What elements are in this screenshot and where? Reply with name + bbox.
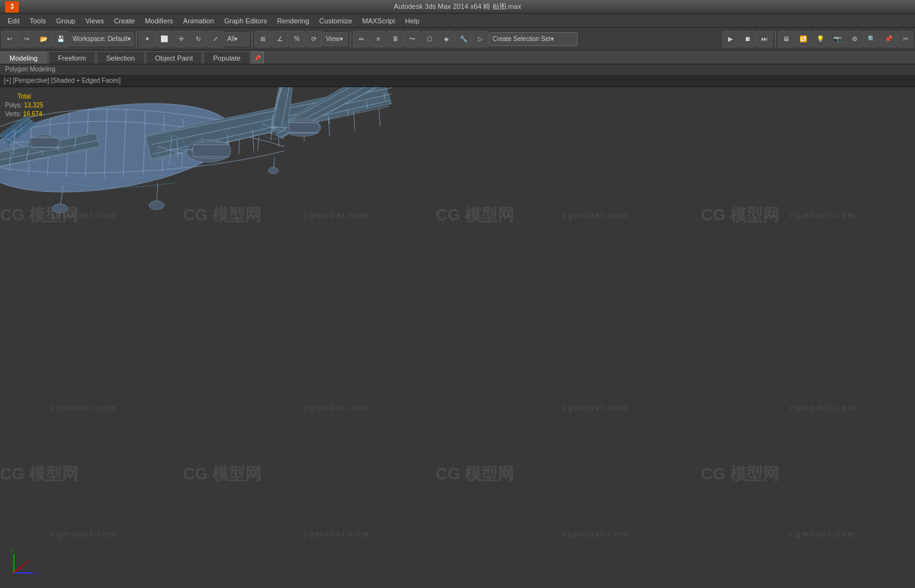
stats-polys-value: 13,325 bbox=[24, 102, 44, 109]
watermark-5: cgmodel.com bbox=[51, 403, 117, 412]
align-button[interactable]: ≡ bbox=[370, 31, 386, 47]
watermark-12: cgmodel.com bbox=[789, 529, 856, 539]
open-button[interactable]: 📂 bbox=[35, 31, 52, 47]
axis-indicator: X Y Z bbox=[8, 548, 39, 580]
app-logo: 3 bbox=[5, 1, 19, 13]
curve-editor-button[interactable]: 〜 bbox=[404, 31, 421, 47]
selection-set-dropdown[interactable]: Create Selection Set▾ bbox=[489, 32, 578, 46]
next-frame-button[interactable]: ⏭ bbox=[757, 31, 773, 47]
render-button[interactable]: ▷ bbox=[472, 31, 489, 47]
poly-modeling-label: Polygon Modeling bbox=[0, 64, 915, 76]
tab-populate[interactable]: Populate bbox=[203, 51, 249, 64]
watermark-9: cgmodel.com bbox=[51, 529, 117, 539]
extra1-button[interactable]: ⚙ bbox=[846, 31, 863, 47]
spinner-snap-button[interactable]: ⟳ bbox=[306, 31, 322, 47]
stats-verts-value: 16,674 bbox=[23, 111, 42, 117]
material-editor-button[interactable]: ◈ bbox=[438, 31, 455, 47]
percent-snap-button[interactable]: % bbox=[289, 31, 305, 47]
selection-tools-group: ✦ ⬜ ✛ ↻ ⤢ bbox=[139, 31, 224, 47]
tab-freeform[interactable]: Freeform bbox=[49, 51, 96, 64]
rotate-button[interactable]: ↻ bbox=[190, 31, 206, 47]
play-button[interactable]: ▶ bbox=[722, 31, 739, 47]
schematic-button[interactable]: ⬡ bbox=[421, 31, 438, 47]
svg-line-28 bbox=[379, 109, 380, 126]
tab-object-paint[interactable]: Object Paint bbox=[146, 51, 203, 64]
menu-edit[interactable]: Edit bbox=[3, 14, 25, 28]
activeshade-button[interactable]: 💡 bbox=[812, 31, 828, 47]
svg-line-99 bbox=[14, 564, 25, 573]
stats-verts: Verts: 16,674 bbox=[5, 110, 44, 119]
menu-customize[interactable]: Customize bbox=[314, 14, 357, 28]
extra2-button[interactable]: 🔍 bbox=[863, 31, 880, 47]
title-bar: 3 Autodesk 3ds Max 2014 x64 精·贴图.max bbox=[0, 0, 915, 14]
ribbon-bar: Modeling Freeform Selection Object Paint… bbox=[0, 51, 915, 64]
tab-selection[interactable]: Selection bbox=[97, 51, 144, 64]
menu-bar: Edit Tools Group Views Create Modifiers … bbox=[0, 14, 915, 28]
menu-graph-editors[interactable]: Graph Editors bbox=[219, 14, 272, 28]
wm-logo-4: CG 模型网 bbox=[701, 204, 779, 226]
extra3-button[interactable]: 📌 bbox=[880, 31, 897, 47]
menu-modifiers[interactable]: Modifiers bbox=[140, 14, 178, 28]
workspace-dropdown[interactable]: Workspace: Default▾ bbox=[69, 32, 134, 46]
render-frame-button[interactable]: 📷 bbox=[829, 31, 846, 47]
sep3 bbox=[350, 31, 351, 47]
airplane-model: .wire { stroke: #8aabcc; stroke-width: 0… bbox=[0, 87, 410, 299]
view-dropdown[interactable]: View▾ bbox=[323, 32, 348, 46]
viewport[interactable]: cgmodel.com cgmodel.com cgmodel.com cgmo… bbox=[0, 87, 915, 588]
watermark-11: cgmodel.com bbox=[562, 529, 629, 539]
menu-help[interactable]: Help bbox=[400, 14, 425, 28]
sep2 bbox=[251, 31, 253, 47]
menu-views[interactable]: Views bbox=[80, 14, 109, 28]
angle-snap-button[interactable]: ∠ bbox=[272, 31, 288, 47]
misc-tools-group: ⇔ ≡ ≣ 〜 ⬡ ◈ 🔧 ▷ bbox=[353, 31, 489, 47]
menu-create[interactable]: Create bbox=[109, 14, 140, 28]
svg-point-90 bbox=[52, 204, 68, 213]
watermark-8: cgmodel.com bbox=[789, 403, 856, 412]
filter-dropdown[interactable]: All▾ bbox=[224, 32, 249, 46]
watermark-10: cgmodel.com bbox=[303, 529, 370, 539]
stats-total-label: Total bbox=[5, 92, 44, 101]
svg-line-14 bbox=[258, 136, 259, 151]
quick-access-group: ↩ ↪ 📂 💾 bbox=[1, 31, 69, 47]
wm-logo-7: CG 模型网 bbox=[436, 463, 514, 485]
menu-animation[interactable]: Animation bbox=[178, 14, 219, 28]
menu-rendering[interactable]: Rendering bbox=[272, 14, 314, 28]
snap-tools-group: ⊞ ∠ % ⟳ bbox=[254, 31, 322, 47]
wm-logo-5: CG 模型网 bbox=[0, 463, 78, 485]
svg-rect-82 bbox=[30, 136, 59, 148]
menu-tools[interactable]: Tools bbox=[25, 14, 51, 28]
svg-rect-66 bbox=[193, 143, 230, 159]
watermark-6: cgmodel.com bbox=[303, 403, 370, 412]
menu-group[interactable]: Group bbox=[51, 14, 81, 28]
select-region-button[interactable]: ⬜ bbox=[156, 31, 172, 47]
save-button[interactable]: 💾 bbox=[52, 31, 69, 47]
watermark-7: cgmodel.com bbox=[562, 403, 629, 412]
svg-text:X: X bbox=[34, 571, 38, 577]
toolbar: ↩ ↪ 📂 💾 Workspace: Default▾ ✦ ⬜ ✛ ↻ ⤢ Al… bbox=[0, 28, 915, 51]
sep1 bbox=[136, 31, 137, 47]
snap-button[interactable]: ⊞ bbox=[254, 31, 271, 47]
render-prod-button[interactable]: 🖥 bbox=[778, 31, 794, 47]
tab-modeling[interactable]: Modeling bbox=[0, 51, 47, 64]
layer-button[interactable]: ≣ bbox=[387, 31, 404, 47]
wm-logo-8: CG 模型网 bbox=[701, 463, 779, 485]
menu-maxscript[interactable]: MAXScript bbox=[357, 14, 400, 28]
sep4 bbox=[775, 31, 776, 47]
extra4-button[interactable]: ✂ bbox=[897, 31, 914, 47]
window-title: Autodesk 3ds Max 2014 x64 精·贴图.max bbox=[394, 2, 522, 11]
svg-text:Z: Z bbox=[27, 559, 30, 565]
svg-point-94 bbox=[268, 167, 278, 174]
select-button[interactable]: ✦ bbox=[139, 31, 155, 47]
move-button[interactable]: ✛ bbox=[173, 31, 189, 47]
render-iter-button[interactable]: 🔁 bbox=[795, 31, 811, 47]
undo-button[interactable]: ↩ bbox=[1, 31, 18, 47]
render-setup-button[interactable]: 🔧 bbox=[455, 31, 472, 47]
ribbon-pin-icon[interactable]: 📌 bbox=[251, 51, 264, 64]
viewport-header: [+] [Perspective] [Shaded + Edged Faces] bbox=[0, 76, 915, 87]
mirror-button[interactable]: ⇔ bbox=[353, 31, 369, 47]
stop-button[interactable]: ⏹ bbox=[739, 31, 756, 47]
svg-text:Y: Y bbox=[10, 548, 14, 554]
redo-button[interactable]: ↪ bbox=[18, 31, 35, 47]
toolbar-right-group: ▶ ⏹ ⏭ 🖥 🔁 💡 📷 ⚙ 🔍 📌 ✂ bbox=[722, 31, 914, 47]
scale-button[interactable]: ⤢ bbox=[207, 31, 224, 47]
